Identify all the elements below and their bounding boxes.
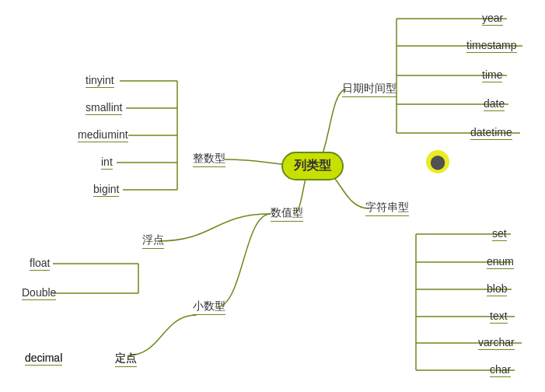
- node-label: varchar: [478, 336, 515, 350]
- node-label: 日期时间型: [342, 82, 397, 97]
- node-label: 浮点: [142, 233, 164, 249]
- node-label: time: [482, 68, 502, 82]
- node-label: blob: [487, 282, 507, 296]
- center-label: 列类型: [294, 159, 331, 172]
- node-label: year: [482, 12, 503, 26]
- node-label: 字符串型: [365, 201, 409, 216]
- node-label: enum: [487, 255, 514, 269]
- node-label: 定点: [115, 352, 137, 367]
- node-label: bigint: [93, 183, 119, 197]
- node-label: datetime: [470, 126, 512, 140]
- node-label: timestamp: [466, 39, 517, 53]
- node-label: smallint: [86, 101, 122, 115]
- node-label: date: [484, 97, 505, 111]
- node-label: set: [492, 227, 507, 241]
- cursor: ⬤: [426, 150, 449, 173]
- node-label: 小数型: [193, 299, 225, 315]
- node-label: 整数型: [193, 152, 225, 167]
- node-label: Double: [22, 286, 56, 300]
- node-label: 数值型: [271, 206, 303, 222]
- node-label: decimal: [25, 352, 62, 366]
- node-label: float: [30, 257, 50, 271]
- node-label: text: [490, 310, 508, 324]
- node-label: int: [101, 156, 113, 170]
- node-label: tinyint: [86, 74, 114, 88]
- node-label: mediumint: [78, 128, 128, 142]
- center-node: 列类型: [281, 152, 344, 180]
- node-label: char: [490, 363, 511, 377]
